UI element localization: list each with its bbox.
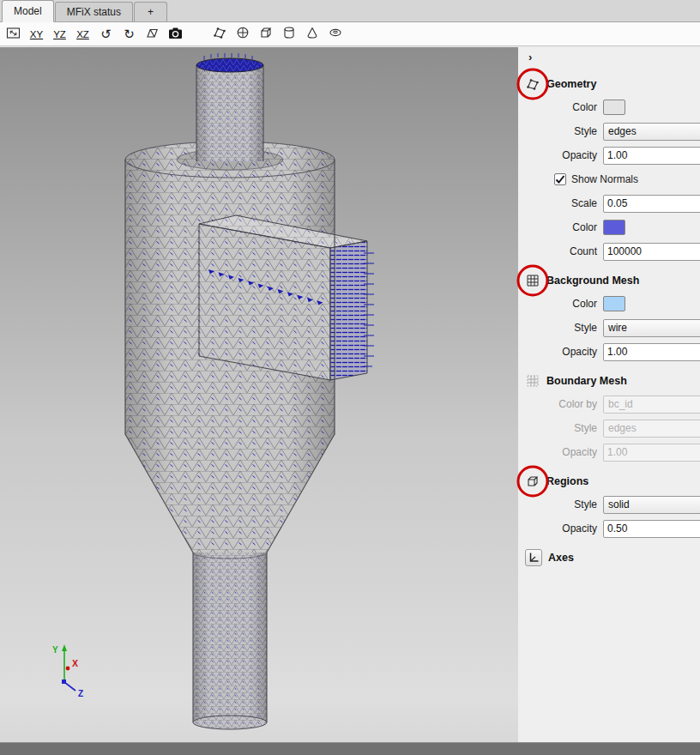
regions-opacity-label: Opacity	[547, 522, 597, 535]
axis-y-label: Y	[52, 645, 58, 655]
normals-scale-label: Scale	[547, 197, 597, 209]
mfix-main-window: Model MFiX status + XY YZ XZ ↺ ↻	[0, 0, 700, 755]
background-mesh-style-value: wire	[608, 322, 627, 334]
toggle-geometry-button[interactable]	[211, 25, 227, 44]
tab-model[interactable]: Model	[2, 0, 54, 22]
background-mesh-opacity-spinbox[interactable]	[603, 343, 700, 361]
regions-header[interactable]: Regions	[525, 473, 700, 490]
geometry-style-label: Style	[547, 125, 597, 137]
view-xy-button[interactable]: XY	[28, 25, 45, 44]
boundary-mesh-title: Boundary Mesh	[546, 375, 700, 387]
check-icon	[555, 174, 565, 184]
geometry-style-value: edges	[608, 125, 637, 137]
tab-mfix-status-label: MFiX status	[67, 6, 121, 18]
regions-icon[interactable]	[525, 474, 540, 489]
boundary-mesh-opacity-spinbox	[603, 444, 700, 462]
section-regions: Regions Style solid Opacity	[525, 473, 700, 538]
boundary-mesh-opacity-input	[604, 444, 700, 461]
regions-opacity-input[interactable]	[604, 521, 700, 537]
normals-color-label: Color	[547, 221, 597, 233]
axis-x-label: X	[72, 658, 78, 668]
background-mesh-opacity-input[interactable]	[604, 344, 700, 360]
panel-expand-button[interactable]: ›	[525, 49, 700, 64]
boundary-mesh-style-label: Style	[547, 422, 597, 434]
axis-z-label: Z	[78, 689, 83, 698]
new-tab-button[interactable]: +	[134, 2, 167, 21]
chevron-right-icon: ›	[528, 51, 532, 63]
normals-color-swatch[interactable]	[603, 220, 625, 235]
regions-opacity-spinbox[interactable]	[603, 520, 700, 538]
view-yz-button[interactable]: YZ	[51, 25, 68, 44]
background-mesh-color-label: Color	[547, 298, 597, 310]
background-mesh-title: Background Mesh	[546, 275, 700, 287]
geometry-color-label: Color	[547, 101, 597, 113]
tab-bar: Model MFiX status +	[0, 0, 700, 22]
geometry-opacity-spinbox[interactable]	[603, 147, 700, 165]
perspective-button[interactable]	[144, 25, 160, 44]
view-toolbar: XY YZ XZ ↺ ↻	[0, 22, 700, 46]
normals-scale-input[interactable]	[603, 195, 700, 213]
geometry-style-dropdown[interactable]: edges	[603, 123, 700, 141]
add-box-button[interactable]	[257, 25, 274, 44]
section-background-mesh: Background Mesh Color Style wire Opacity	[525, 272, 700, 361]
geometry-icon[interactable]	[525, 76, 540, 92]
geometry-opacity-input[interactable]	[604, 148, 700, 164]
background-mesh-style-label: Style	[547, 322, 597, 334]
viewport-canvas: Y X Z	[0, 47, 518, 755]
normals-count-label: Count	[547, 245, 597, 257]
window-bottom-strip	[0, 742, 700, 755]
background-mesh-style-dropdown[interactable]: wire	[603, 319, 700, 337]
background-mesh-header[interactable]: Background Mesh	[525, 272, 700, 289]
geometry-title: Geometry	[546, 78, 700, 90]
rotate-right-button[interactable]: ↻	[121, 25, 137, 44]
geometry-icon	[213, 26, 226, 42]
boundary-mesh-opacity-label: Opacity	[547, 446, 597, 458]
cone-icon	[305, 26, 319, 42]
boundary-mesh-icon[interactable]	[525, 373, 540, 389]
regions-style-dropdown[interactable]: solid	[603, 496, 700, 514]
add-sphere-button[interactable]	[234, 25, 250, 44]
view-xz-button[interactable]: XZ	[75, 25, 91, 44]
axes-icon-button[interactable]	[525, 549, 542, 566]
regions-style-value: solid	[608, 498, 630, 510]
boundary-mesh-color-by-label: Color by	[547, 398, 597, 410]
background-mesh-icon[interactable]	[525, 273, 540, 288]
boundary-mesh-style-value: edges	[608, 422, 637, 434]
visualization-panel: › Geometry Color Style	[518, 47, 700, 755]
tab-mfix-status[interactable]: MFiX status	[55, 2, 133, 21]
reset-view-button[interactable]	[5, 25, 21, 44]
add-torus-button[interactable]	[327, 25, 343, 44]
geometry-header[interactable]: Geometry	[525, 76, 700, 93]
cylinder-icon	[282, 26, 296, 42]
regions-title: Regions	[546, 475, 700, 487]
rotate-left-button[interactable]: ↺	[98, 25, 114, 44]
show-normals-checkbox[interactable]	[554, 173, 566, 185]
geometry-color-swatch[interactable]	[603, 100, 625, 115]
sphere-icon	[236, 26, 250, 42]
axes-title: Axes	[548, 552, 700, 564]
section-boundary-mesh: Boundary Mesh Color by bc_id Style edges	[525, 372, 700, 462]
screenshot-button[interactable]	[167, 25, 184, 44]
tab-model-label: Model	[14, 5, 42, 17]
regions-style-label: Style	[547, 498, 597, 510]
add-cylinder-button[interactable]	[281, 25, 297, 44]
boundary-mesh-color-by-value: bc_id	[608, 398, 633, 410]
background-mesh-color-swatch[interactable]	[603, 296, 625, 311]
viewport-3d[interactable]: Y X Z	[0, 47, 518, 755]
geometry-opacity-label: Opacity	[547, 149, 597, 161]
add-cone-button[interactable]	[304, 25, 320, 44]
normals-count-input[interactable]	[603, 243, 700, 261]
boundary-mesh-color-by-dropdown: bc_id	[603, 396, 700, 414]
rotate-left-icon: ↺	[100, 27, 112, 40]
section-geometry: Geometry Color Style edges Opacity	[525, 76, 700, 261]
box-icon	[259, 26, 273, 42]
boundary-mesh-header[interactable]: Boundary Mesh	[525, 372, 700, 390]
section-axes: Axes	[525, 549, 700, 566]
show-normals-label: Show Normals	[571, 173, 638, 185]
rotate-right-icon: ↻	[124, 27, 135, 40]
background-mesh-opacity-label: Opacity	[547, 346, 597, 358]
axes-header[interactable]: Axes	[525, 549, 700, 566]
torus-icon	[329, 26, 342, 42]
axes-icon	[528, 552, 540, 564]
reset-view-icon	[6, 27, 21, 42]
